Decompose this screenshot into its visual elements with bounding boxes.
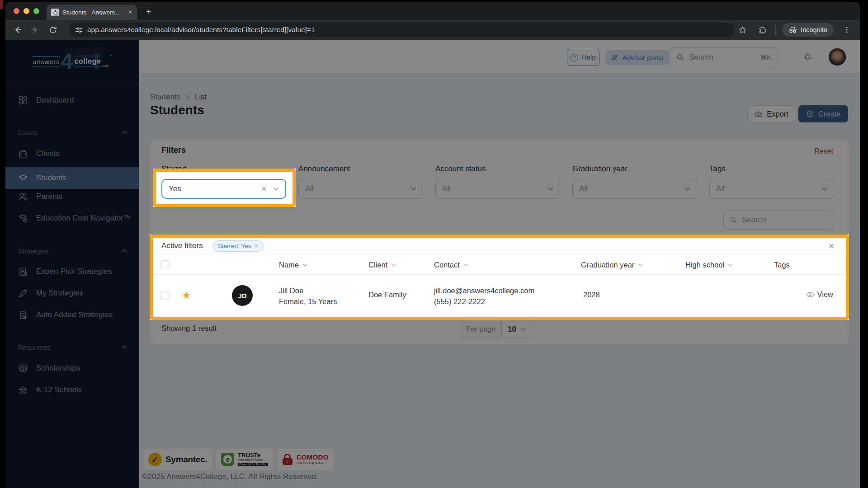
- browser-menu-icon[interactable]: [840, 23, 854, 37]
- per-page-control[interactable]: Per page 10: [460, 321, 532, 338]
- close-window-button[interactable]: [14, 8, 19, 14]
- advisor-panel-button[interactable]: Advisor panel: [606, 50, 669, 65]
- section-label: Cases: [18, 129, 38, 136]
- minimize-window-button[interactable]: [24, 8, 29, 14]
- global-search-input[interactable]: Search ⌘K: [670, 47, 778, 67]
- clear-filter-icon[interactable]: ✕: [261, 185, 267, 193]
- table-footer-row: Showing 1 result Per page 10: [150, 317, 849, 340]
- sidebar-item-label: Scholarships: [36, 364, 80, 373]
- account-status-select[interactable]: All: [435, 179, 560, 199]
- table-header-row: Name Client Contact Graduation year: [150, 254, 849, 275]
- question-icon: ?: [571, 54, 578, 61]
- graduation-year-select[interactable]: All: [572, 179, 697, 199]
- desktop: 4 Students - Answers4College ✕ + app.ans…: [0, 0, 868, 488]
- truste-shield-icon: e: [221, 453, 234, 466]
- sidebar-item-expert-pick-strategies[interactable]: Expert Pick Strategies: [5, 261, 139, 282]
- sidebar-item-label: My Strategies: [36, 289, 83, 298]
- new-tab-button[interactable]: +: [143, 6, 155, 18]
- reload-icon[interactable]: [46, 23, 60, 37]
- column-header-name[interactable]: Name: [279, 254, 307, 275]
- sort-chevron-icon: [391, 263, 396, 267]
- app-header: ? Help Advisor panel Search ⌘K: [139, 40, 860, 73]
- help-button[interactable]: ? Help: [567, 49, 599, 66]
- filter-label: Tags: [709, 164, 834, 175]
- sidebar-item-label: Students: [36, 174, 66, 183]
- sidebar-item-label: Dashboard: [36, 96, 74, 105]
- sidebar-item-label: Education Cost Navigator™: [36, 214, 131, 223]
- sidebar-item-parents[interactable]: Parents: [5, 186, 139, 207]
- table-row[interactable]: ★ JD Jill Doe Female, 15 Years Doe Famil…: [150, 275, 849, 317]
- breadcrumb: Students List: [150, 93, 207, 102]
- sidebar-item-dashboard[interactable]: Dashboard: [5, 89, 139, 111]
- per-page-value: 10: [508, 325, 516, 334]
- sidebar-item-auto-added-strategies[interactable]: Auto Added Strategies: [5, 304, 139, 326]
- account-status-value: All: [442, 184, 543, 193]
- row-checkbox[interactable]: [160, 291, 170, 300]
- sidebar-item-my-strategies[interactable]: My Strategies: [5, 282, 139, 304]
- column-header-graduation-year[interactable]: Graduation year: [581, 254, 643, 275]
- column-header-contact[interactable]: Contact: [434, 254, 468, 275]
- sidebar-item-clients[interactable]: Clients: [5, 143, 139, 164]
- active-filter-chip[interactable]: Starred: Yes ✕: [213, 240, 264, 252]
- reset-filters-link[interactable]: Reset: [814, 147, 833, 155]
- app-logo[interactable]: answers 4 college .com ™: [5, 40, 139, 84]
- cloud-download-icon: [754, 110, 763, 118]
- students-table: Active filters Starred: Yes ✕ ✕ Name: [150, 238, 849, 340]
- sidebar-item-k12-schools[interactable]: K-12 Schools: [5, 379, 139, 401]
- export-button[interactable]: Export: [747, 105, 795, 122]
- filter-starred: Starred Yes ✕: [161, 164, 286, 199]
- active-filters-close-icon[interactable]: ✕: [829, 242, 835, 250]
- starred-select[interactable]: Yes ✕: [161, 179, 286, 199]
- browser-tab[interactable]: 4 Students - Answers4College ✕: [47, 5, 137, 20]
- browser-toolbar: app.answers4college.local/advisor/studen…: [5, 20, 860, 40]
- announcement-select[interactable]: All: [298, 179, 423, 199]
- document-gear-icon: [18, 310, 28, 320]
- sidebar-item-education-cost-navigator[interactable]: $ Education Cost Navigator™: [5, 207, 139, 229]
- incognito-label: Incognito: [801, 26, 827, 33]
- chevron-up-icon: [122, 249, 127, 253]
- url-text: app.answers4college.local/advisor/studen…: [87, 26, 315, 34]
- padlock-icon: c: [282, 454, 293, 465]
- symantec-check-icon: ✓: [148, 453, 162, 466]
- column-header-tags: Tags: [774, 254, 790, 275]
- logo-tm: ™: [109, 54, 113, 57]
- url-bar[interactable]: app.answers4college.local/advisor/studen…: [69, 23, 735, 37]
- per-page-select[interactable]: 10: [502, 321, 532, 338]
- sort-chevron-icon: [638, 263, 643, 267]
- per-page-label: Per page: [460, 321, 502, 338]
- table-search-placeholder: Search: [742, 216, 766, 225]
- graduation-cap-icon: [18, 173, 28, 183]
- search-shortcut: ⌘K: [760, 53, 771, 61]
- select-all-checkbox[interactable]: [160, 260, 170, 269]
- svg-text:$: $: [24, 219, 26, 222]
- create-button[interactable]: Create: [798, 105, 848, 122]
- forward-icon[interactable]: [28, 23, 42, 37]
- starred-star-icon[interactable]: ★: [182, 289, 191, 301]
- tags-select[interactable]: All: [709, 179, 834, 199]
- sidebar-section-resources[interactable]: Resources: [5, 339, 139, 355]
- notifications-bell-icon[interactable]: [803, 52, 812, 61]
- sidebar-section-strategies[interactable]: Strategies: [5, 243, 139, 259]
- bookmark-star-icon[interactable]: [736, 23, 749, 37]
- sidebar-section-cases[interactable]: Cases: [5, 124, 139, 141]
- zoom-window-button[interactable]: [33, 8, 39, 14]
- contact-cell: jill.doe@answers4college.com (555) 222-2…: [434, 285, 534, 307]
- chip-remove-icon[interactable]: ✕: [254, 243, 259, 249]
- table-search-input[interactable]: Search: [723, 211, 833, 230]
- filter-graduation-year: Graduation year All: [572, 164, 697, 199]
- create-label: Create: [818, 110, 841, 118]
- column-header-high-school[interactable]: High school: [685, 254, 733, 275]
- student-avatar: JD: [232, 285, 253, 306]
- user-avatar[interactable]: [829, 48, 846, 66]
- view-button[interactable]: View: [806, 290, 833, 299]
- back-icon[interactable]: [11, 23, 24, 37]
- sidebar-item-scholarships[interactable]: $ Scholarships: [5, 357, 139, 379]
- search-icon: [676, 53, 684, 61]
- tab-close-icon[interactable]: ✕: [128, 9, 132, 15]
- toolbar-divider: [775, 25, 776, 34]
- column-header-client[interactable]: Client: [368, 254, 396, 275]
- breadcrumb-students[interactable]: Students: [150, 93, 180, 102]
- extensions-icon[interactable]: [755, 23, 769, 37]
- truste-badge: e TRUSTe Verified Privacy Powered by Tru…: [216, 449, 273, 470]
- student-name[interactable]: Jill Doe: [279, 285, 337, 296]
